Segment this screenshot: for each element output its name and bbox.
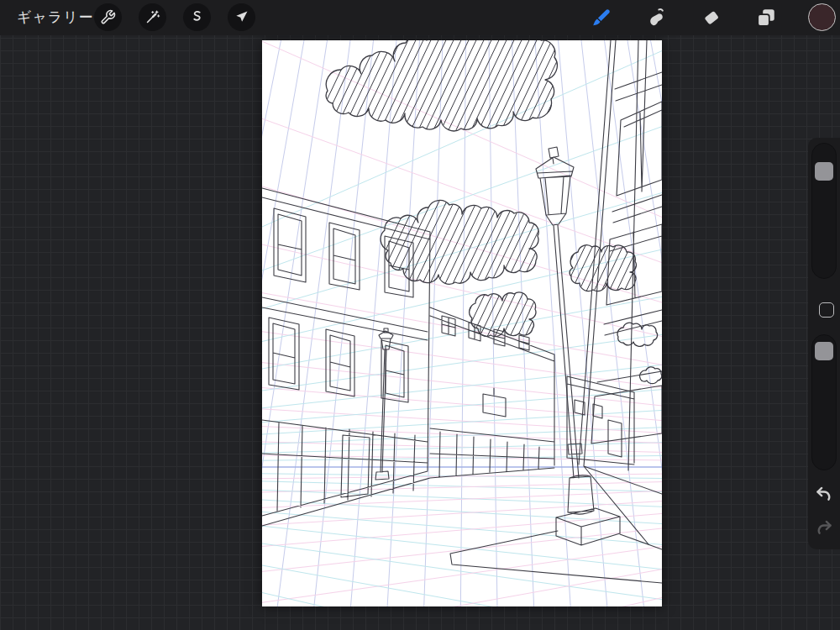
paint-tool-button[interactable]	[590, 6, 613, 29]
canvas-artwork	[262, 40, 662, 606]
s-curve-icon	[189, 9, 205, 25]
adjustments-button[interactable]	[139, 3, 166, 31]
opacity-handle[interactable]	[815, 342, 833, 360]
erase-tool-button[interactable]	[700, 6, 723, 29]
cloud-hatching	[368, 200, 584, 287]
actions-button[interactable]	[94, 3, 122, 31]
drawing-canvas[interactable]	[262, 40, 662, 606]
layers-icon	[755, 7, 777, 29]
redo-arrow-icon	[813, 517, 835, 539]
selection-button[interactable]	[183, 3, 211, 31]
magic-wand-icon	[144, 9, 160, 25]
color-swatch[interactable]	[808, 3, 836, 31]
paintbrush-icon	[591, 7, 612, 29]
opacity-slider[interactable]	[811, 334, 837, 470]
transform-button[interactable]	[228, 3, 255, 31]
brush-size-slider[interactable]	[811, 143, 837, 279]
redo-button[interactable]	[813, 517, 835, 539]
top-toolbar: ギャラリー	[0, 0, 840, 35]
right-building	[579, 40, 662, 544]
cloud-hatching	[455, 289, 563, 340]
undo-arrow-icon	[813, 484, 835, 506]
sidebar	[808, 138, 840, 549]
cloud-hatching	[311, 40, 607, 134]
gallery-button[interactable]: ギャラリー	[17, 0, 94, 35]
undo-button[interactable]	[813, 484, 835, 506]
layers-button[interactable]	[754, 6, 778, 29]
smudge-finger-icon	[646, 7, 668, 29]
eraser-icon	[701, 7, 722, 29]
modify-button[interactable]	[819, 302, 834, 318]
smudge-tool-button[interactable]	[645, 6, 669, 29]
transform-arrow-icon	[234, 9, 249, 25]
cloud	[617, 323, 658, 346]
brush-size-handle[interactable]	[815, 162, 833, 181]
wrench-icon	[100, 9, 116, 25]
cloud	[640, 367, 662, 384]
